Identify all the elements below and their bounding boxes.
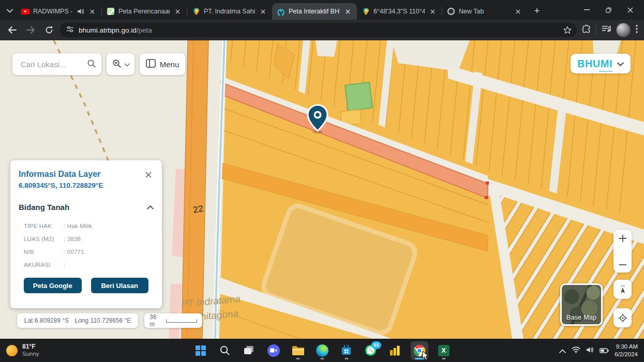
edge-icon <box>316 344 328 357</box>
section-bidang-tanah[interactable]: Bidang Tanah <box>19 203 154 212</box>
media-controls-icon[interactable] <box>602 25 611 35</box>
browser-menu-kebab-icon[interactable] <box>636 25 638 35</box>
toolbar-right <box>580 23 640 37</box>
zoom-out-button[interactable] <box>619 259 627 268</box>
map-preview-icon <box>107 7 115 16</box>
taskbar-clock[interactable]: 9:30 AM 6/2/2024 <box>615 343 638 358</box>
microsoft-store-icon <box>341 345 352 356</box>
tab-close-icon[interactable] <box>88 7 97 16</box>
search-icon[interactable] <box>86 58 96 70</box>
whatsapp-badge: 53 <box>371 341 381 349</box>
tab-close-icon[interactable] <box>173 7 182 16</box>
field-value: : <box>64 262 65 268</box>
hidden-icons-chevron[interactable] <box>559 346 566 355</box>
bhumi-logo-button[interactable]: BHUMI <box>571 54 631 73</box>
info-panel: Informasi Data Layer 6.809345°S, 110.728… <box>10 160 162 308</box>
field-list: TIPE HAK : Hak Milik LUAS (M2) : 3838 NI… <box>19 223 154 268</box>
new-tab-button[interactable]: + <box>530 4 544 18</box>
search-input[interactable] <box>20 59 86 69</box>
tab-title: Peta Perencanaan Pe <box>118 8 170 15</box>
chevron-down-icon <box>617 60 624 68</box>
tab-close-icon[interactable] <box>428 7 437 16</box>
wifi-icon[interactable] <box>572 346 580 355</box>
volume-icon[interactable] <box>586 346 594 355</box>
chrome-button[interactable] <box>411 341 428 360</box>
field-label: TIPE HAK <box>24 223 64 229</box>
tab-pt-indratma[interactable]: PT. Indratma Sahitag <box>187 3 272 20</box>
battery-icon[interactable] <box>600 346 609 355</box>
bhumi-pin-icon <box>277 7 285 16</box>
search-icon <box>219 345 230 356</box>
green-parcel <box>345 82 372 111</box>
zoom-controls <box>613 230 632 273</box>
restore-button[interactable] <box>597 0 619 20</box>
toolbar-separator <box>596 25 596 35</box>
tab-close-icon[interactable] <box>259 7 267 16</box>
clock-time: 9:30 AM <box>615 343 638 351</box>
windows-logo-icon <box>195 345 206 356</box>
address-bar[interactable]: bhumi.atrbpn.go.id/peta <box>60 23 577 37</box>
extensions-icon[interactable] <box>582 25 591 36</box>
start-button[interactable] <box>192 341 209 360</box>
tab-title: Peta Interaktif BHUM <box>289 8 340 15</box>
tab-radwimps[interactable]: RADWIMPS - Suz <box>17 3 101 20</box>
task-view-icon <box>244 345 255 356</box>
excel-button[interactable]: X <box>435 341 453 360</box>
tab-close-icon[interactable] <box>514 7 522 16</box>
zoom-tool-button[interactable] <box>107 53 134 75</box>
tab-peta-perencanaan[interactable]: Peta Perencanaan Pe <box>102 3 187 20</box>
weather-widget[interactable]: 81°F Sunny <box>0 343 39 357</box>
microsoft-store-button[interactable] <box>338 341 355 360</box>
google-maps-pin-icon <box>362 7 370 16</box>
zoom-app-icon <box>267 344 280 357</box>
power-bi-button[interactable] <box>386 341 404 360</box>
task-view-button[interactable] <box>241 341 258 360</box>
panel-close-icon[interactable] <box>143 170 154 180</box>
close-window-button[interactable] <box>619 0 641 20</box>
running-indicator <box>442 358 445 359</box>
tab-close-icon[interactable] <box>343 7 352 16</box>
map-scale: 36 m <box>144 313 202 328</box>
menu-button[interactable]: Menu <box>140 53 185 75</box>
panel-title: Informasi Data Layer <box>19 170 103 179</box>
tab-search-chevron-icon[interactable] <box>3 3 17 19</box>
forward-button[interactable] <box>23 22 38 38</box>
power-bi-icon <box>390 345 400 356</box>
zoom-in-button[interactable] <box>619 234 627 245</box>
reload-button[interactable] <box>41 22 57 38</box>
field-row: AKURASI : <box>24 262 154 268</box>
tab-new-tab[interactable]: New Tab <box>442 3 527 20</box>
bookmark-star-icon[interactable] <box>561 24 574 36</box>
location-search-box[interactable] <box>12 53 101 75</box>
tab-peta-interaktif-bhumi[interactable]: Peta Interaktif BHUM <box>272 3 357 20</box>
running-indicator <box>296 358 299 359</box>
weather-condition: Sunny <box>22 351 39 358</box>
locate-me-button[interactable] <box>613 308 632 327</box>
north-arrow-icon <box>619 285 626 294</box>
desktop-screen: RADWIMPS - Suz Peta Perencanaan Pe PT. I… <box>0 0 644 362</box>
excel-icon: X <box>438 345 450 356</box>
panel-coordinates: 6.809345°S, 110.728829°E <box>19 182 103 189</box>
file-explorer-icon <box>292 345 304 356</box>
tab-coordinates[interactable]: 6°48'34.3"S 110°43'4 <box>357 3 442 20</box>
file-explorer-button[interactable] <box>289 341 307 360</box>
road-number-label: 22 <box>192 203 204 215</box>
field-row: TIPE HAK : Hak Milik <box>24 223 154 229</box>
site-settings-icon[interactable] <box>66 26 74 34</box>
mouse-cursor <box>422 351 429 360</box>
beri-ulasan-button[interactable]: Beri Ulasan <box>91 278 149 293</box>
tab-audio-icon[interactable] <box>76 7 84 16</box>
crosshair-icon <box>618 313 627 323</box>
profile-avatar[interactable] <box>616 23 631 37</box>
whatsapp-button[interactable]: 53 <box>362 341 380 360</box>
taskbar-search-button[interactable] <box>216 341 234 360</box>
scale-value: 36 m <box>149 313 162 328</box>
north-arrow-button[interactable] <box>613 280 632 299</box>
edge-button[interactable] <box>313 341 331 360</box>
minimize-button[interactable] <box>576 0 597 20</box>
basemap-switcher[interactable]: Base Map <box>560 283 603 326</box>
zoom-app-button[interactable] <box>265 341 282 360</box>
chevron-up-icon[interactable] <box>147 205 154 209</box>
peta-google-button[interactable]: Peta Google <box>24 278 82 293</box>
back-button[interactable] <box>4 22 20 38</box>
